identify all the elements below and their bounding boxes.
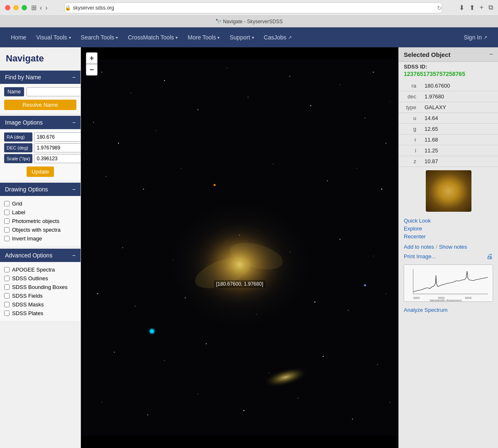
plates-checkbox[interactable]: [4, 311, 10, 316]
ra-input[interactable]: [34, 132, 81, 142]
svg-point-24: [381, 189, 382, 189]
svg-point-27: [149, 328, 155, 335]
nav-search-tools[interactable]: Search Tools ▾: [77, 32, 122, 43]
explore-link[interactable]: Explore: [404, 225, 493, 233]
svg-text:4000: 4000: [413, 296, 420, 299]
find-by-name-header[interactable]: Find by Name −: [0, 71, 81, 84]
svg-point-52: [298, 398, 299, 399]
property-value: 10.87: [420, 156, 498, 167]
scale-input[interactable]: [34, 154, 81, 163]
nav-crossmatch-tools[interactable]: CrossMatch Tools ▾: [124, 32, 182, 43]
zoom-out-button[interactable]: −: [86, 64, 98, 76]
minimize-window-btn[interactable]: [13, 5, 19, 10]
property-row: r11.68: [399, 135, 498, 145]
name-input[interactable]: [27, 87, 81, 96]
photometric-checkbox[interactable]: [4, 218, 10, 224]
checkbox-masks: SDSS Masks: [4, 300, 76, 309]
checkbox-fields: SDSS Fields: [4, 291, 76, 300]
masks-checkbox[interactable]: [4, 302, 10, 307]
print-icon[interactable]: 🖨: [486, 253, 493, 260]
svg-point-13: [248, 97, 249, 98]
maximize-window-btn[interactable]: [22, 5, 27, 10]
drawing-options-content: Grid Label Photometric objects Objects w…: [0, 196, 81, 246]
drawing-options-header[interactable]: Drawing Options −: [0, 183, 81, 196]
nav-casjobs[interactable]: CasJobs ↗: [260, 32, 296, 43]
apogee-checkbox[interactable]: [4, 267, 10, 272]
invert-checkbox[interactable]: [4, 236, 10, 241]
title-bar: ⊞ ‹ › 🔒 skyserver.sdss.org ↻ ⬇ ⬆ + ⧉: [0, 0, 498, 16]
print-image-link[interactable]: Print Image...: [404, 252, 436, 260]
find-by-name-collapse[interactable]: −: [72, 74, 76, 80]
image-options-collapse[interactable]: −: [72, 120, 76, 125]
analyze-spectrum-link[interactable]: Analyze Spectrum: [399, 305, 498, 316]
checkbox-apogee: APOGEE Spectra: [4, 265, 76, 274]
svg-point-12: [198, 109, 198, 110]
crossmatch-tools-arrow: ▾: [176, 35, 178, 40]
svg-point-29: [122, 247, 123, 248]
svg-point-28: [364, 284, 366, 286]
refresh-icon[interactable]: ↻: [437, 5, 442, 11]
dec-input[interactable]: [34, 143, 81, 152]
right-panel: Selected Object − SDSS ID: 1237651735757…: [398, 47, 498, 448]
object-properties-table: ra180.67600dec1.97680typeGALAXYu14.64g12…: [399, 81, 498, 167]
new-tab-icon[interactable]: +: [480, 4, 483, 12]
bounding-checkbox[interactable]: [4, 284, 10, 290]
share-icon[interactable]: ⬆: [469, 4, 475, 12]
resolve-name-button[interactable]: Resolve Name: [4, 100, 76, 110]
sidebar: Navigate Find by Name − Name Resolve Nam…: [0, 47, 81, 448]
recenter-link[interactable]: Recenter: [404, 233, 493, 240]
close-window-btn[interactable]: [5, 5, 10, 10]
nav-support[interactable]: Support ▾: [225, 32, 258, 43]
advanced-options-label: Advanced Options: [5, 252, 52, 259]
nav-more-tools[interactable]: More Tools ▾: [183, 32, 224, 43]
spectra-checkbox[interactable]: [4, 227, 10, 233]
show-notes-link[interactable]: Show notes: [439, 243, 467, 251]
svg-point-5: [289, 76, 290, 77]
outlines-checkbox[interactable]: [4, 276, 10, 281]
nav-home[interactable]: Home: [7, 32, 30, 43]
svg-point-36: [135, 306, 136, 307]
quick-look-link[interactable]: Quick Look: [404, 217, 493, 225]
svg-point-44: [206, 343, 207, 344]
svg-point-40: [348, 310, 349, 311]
svg-point-51: [243, 410, 244, 411]
forward-btn[interactable]: ›: [45, 4, 47, 12]
image-options-header[interactable]: Image Options −: [0, 116, 81, 129]
svg-point-15: [365, 118, 366, 119]
grid-label: Grid: [12, 201, 22, 207]
advanced-options-header[interactable]: Advanced Options −: [0, 249, 81, 262]
svg-point-53: [352, 419, 353, 419]
lock-icon: 🔒: [65, 5, 71, 11]
back-btn[interactable]: ‹: [40, 4, 42, 12]
checkbox-bounding: SDSS Bounding Boxes: [4, 283, 76, 291]
right-panel-header: Selected Object −: [399, 47, 498, 62]
svg-point-50: [198, 394, 198, 394]
spectra-label: Objects with spectra: [12, 227, 61, 233]
sidebar-toggle-btn[interactable]: ⊞: [31, 4, 37, 12]
advanced-options-collapse[interactable]: −: [72, 252, 76, 258]
update-button[interactable]: Update: [27, 166, 54, 177]
property-value: 1.97680: [420, 91, 498, 102]
url-bar[interactable]: 🔒 skyserver.sdss.org ↻: [64, 2, 442, 13]
sdss-id-value[interactable]: 1237651735757258765: [399, 70, 498, 81]
add-to-notes-link[interactable]: Add to notes: [404, 243, 434, 251]
label-checkbox[interactable]: [4, 210, 10, 215]
right-panel-close-button[interactable]: −: [489, 51, 493, 58]
nav-sign-in[interactable]: Sign In ↗: [459, 32, 491, 43]
tab-overview-icon[interactable]: ⧉: [488, 4, 493, 12]
fields-checkbox[interactable]: [4, 293, 10, 299]
zoom-in-button[interactable]: +: [86, 52, 98, 64]
zoom-controls: + −: [86, 52, 98, 76]
navbar: Home Visual Tools ▾ Search Tools ▾ Cross…: [0, 27, 498, 47]
svg-point-23: [356, 168, 357, 169]
download-icon[interactable]: ⬇: [459, 4, 464, 12]
drawing-options-collapse[interactable]: −: [72, 186, 76, 192]
svg-point-3: [164, 80, 165, 81]
svg-point-41: [386, 293, 386, 294]
nav-visual-tools[interactable]: Visual Tools ▾: [32, 32, 75, 43]
image-options-content: RA (deg) DEC (deg) Scale ("/px) Update: [0, 129, 81, 180]
support-arrow: ▾: [252, 35, 254, 40]
map-area[interactable]: + − [180.67600, 1.97680]: [81, 47, 398, 448]
grid-checkbox[interactable]: [4, 201, 10, 206]
property-key: u: [399, 113, 420, 124]
